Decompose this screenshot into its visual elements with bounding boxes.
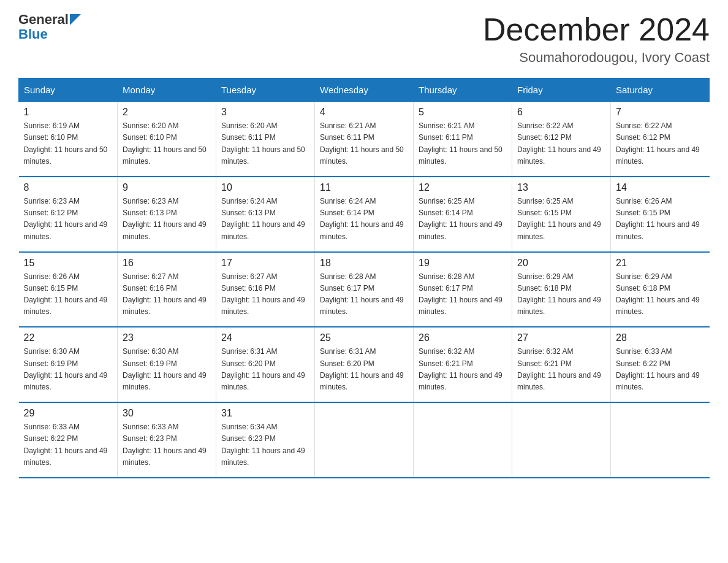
calendar-cell: 4Sunrise: 6:21 AMSunset: 6:11 PMDaylight… [315,102,414,177]
calendar-title: December 2024 [483,12,710,47]
column-header-thursday: Thursday [414,79,512,102]
day-info: Sunrise: 6:27 AMSunset: 6:16 PMDaylight:… [123,271,211,318]
calendar-cell: 3Sunrise: 6:20 AMSunset: 6:11 PMDaylight… [216,102,315,177]
column-header-sunday: Sunday [19,79,118,102]
day-number: 13 [517,182,605,193]
day-number: 23 [123,332,211,343]
day-info: Sunrise: 6:22 AMSunset: 6:12 PMDaylight:… [517,120,605,167]
column-header-friday: Friday [512,79,611,102]
calendar-cell: 2Sunrise: 6:20 AMSunset: 6:10 PMDaylight… [118,102,216,177]
calendar-cell: 25Sunrise: 6:31 AMSunset: 6:20 PMDayligh… [315,327,414,402]
calendar-week-row: 22Sunrise: 6:30 AMSunset: 6:19 PMDayligh… [19,327,710,402]
day-info: Sunrise: 6:34 AMSunset: 6:23 PMDaylight:… [221,421,309,469]
svg-marker-0 [70,14,81,25]
calendar-cell: 19Sunrise: 6:28 AMSunset: 6:17 PMDayligh… [414,252,512,327]
day-info: Sunrise: 6:28 AMSunset: 6:17 PMDaylight:… [320,271,408,318]
day-info: Sunrise: 6:33 AMSunset: 6:22 PMDaylight:… [24,421,113,469]
calendar-cell: 14Sunrise: 6:26 AMSunset: 6:15 PMDayligh… [611,177,710,252]
day-number: 24 [221,332,309,343]
day-number: 14 [616,182,705,193]
day-info: Sunrise: 6:30 AMSunset: 6:19 PMDaylight:… [24,346,113,393]
calendar-cell: 28Sunrise: 6:33 AMSunset: 6:22 PMDayligh… [611,327,710,402]
calendar-week-row: 29Sunrise: 6:33 AMSunset: 6:22 PMDayligh… [19,402,710,478]
calendar-header-row: SundayMondayTuesdayWednesdayThursdayFrid… [19,79,710,102]
day-info: Sunrise: 6:33 AMSunset: 6:22 PMDaylight:… [616,346,705,393]
calendar-cell: 13Sunrise: 6:25 AMSunset: 6:15 PMDayligh… [512,177,611,252]
day-info: Sunrise: 6:27 AMSunset: 6:16 PMDaylight:… [221,271,309,318]
page-header: General Blue December 2024 Soumahorodoug… [18,12,710,66]
day-info: Sunrise: 6:20 AMSunset: 6:10 PMDaylight:… [123,120,211,167]
calendar-cell: 17Sunrise: 6:27 AMSunset: 6:16 PMDayligh… [216,252,315,327]
day-info: Sunrise: 6:26 AMSunset: 6:15 PMDaylight:… [616,196,705,243]
calendar-cell [512,402,611,478]
day-info: Sunrise: 6:25 AMSunset: 6:15 PMDaylight:… [517,196,605,243]
day-number: 17 [221,258,309,269]
day-info: Sunrise: 6:28 AMSunset: 6:17 PMDaylight:… [419,271,507,318]
day-number: 21 [616,258,705,269]
day-number: 7 [616,107,705,118]
day-number: 4 [320,107,408,118]
day-info: Sunrise: 6:24 AMSunset: 6:13 PMDaylight:… [221,196,309,243]
day-number: 3 [221,107,309,118]
calendar-cell: 10Sunrise: 6:24 AMSunset: 6:13 PMDayligh… [216,177,315,252]
day-info: Sunrise: 6:32 AMSunset: 6:21 PMDaylight:… [517,346,605,393]
day-info: Sunrise: 6:32 AMSunset: 6:21 PMDaylight:… [419,346,507,393]
column-header-saturday: Saturday [611,79,710,102]
day-number: 2 [123,107,211,118]
title-section: December 2024 Soumahorodougou, Ivory Coa… [483,12,710,66]
day-info: Sunrise: 6:21 AMSunset: 6:11 PMDaylight:… [419,120,507,167]
calendar-cell [611,402,710,478]
day-number: 12 [419,182,507,193]
logo-text-general: General [18,12,69,27]
calendar-cell [315,402,414,478]
calendar-cell: 22Sunrise: 6:30 AMSunset: 6:19 PMDayligh… [19,327,118,402]
calendar-cell: 29Sunrise: 6:33 AMSunset: 6:22 PMDayligh… [19,402,118,478]
day-info: Sunrise: 6:25 AMSunset: 6:14 PMDaylight:… [419,196,507,243]
calendar-cell: 12Sunrise: 6:25 AMSunset: 6:14 PMDayligh… [414,177,512,252]
day-number: 27 [517,332,605,343]
calendar-cell: 15Sunrise: 6:26 AMSunset: 6:15 PMDayligh… [19,252,118,327]
day-number: 29 [24,408,113,419]
logo: General Blue [18,12,81,42]
calendar-week-row: 15Sunrise: 6:26 AMSunset: 6:15 PMDayligh… [19,252,710,327]
day-number: 28 [616,332,705,343]
day-number: 9 [123,182,211,193]
day-number: 16 [123,258,211,269]
calendar-cell: 23Sunrise: 6:30 AMSunset: 6:19 PMDayligh… [118,327,216,402]
day-info: Sunrise: 6:33 AMSunset: 6:23 PMDaylight:… [123,421,211,469]
day-number: 1 [24,107,113,118]
column-header-tuesday: Tuesday [216,79,315,102]
calendar-cell: 5Sunrise: 6:21 AMSunset: 6:11 PMDaylight… [414,102,512,177]
day-info: Sunrise: 6:20 AMSunset: 6:11 PMDaylight:… [221,120,309,167]
day-number: 6 [517,107,605,118]
day-info: Sunrise: 6:29 AMSunset: 6:18 PMDaylight:… [616,271,705,318]
day-info: Sunrise: 6:23 AMSunset: 6:12 PMDaylight:… [24,196,113,243]
day-number: 5 [419,107,507,118]
calendar-cell [414,402,512,478]
calendar-cell: 27Sunrise: 6:32 AMSunset: 6:21 PMDayligh… [512,327,611,402]
day-number: 22 [24,332,113,343]
day-info: Sunrise: 6:24 AMSunset: 6:14 PMDaylight:… [320,196,408,243]
logo-text-blue: Blue [18,26,48,42]
calendar-cell: 1Sunrise: 6:19 AMSunset: 6:10 PMDaylight… [19,102,118,177]
day-info: Sunrise: 6:30 AMSunset: 6:19 PMDaylight:… [123,346,211,393]
day-number: 31 [221,408,309,419]
day-info: Sunrise: 6:29 AMSunset: 6:18 PMDaylight:… [517,271,605,318]
calendar-table: SundayMondayTuesdayWednesdayThursdayFrid… [18,78,710,478]
calendar-subtitle: Soumahorodougou, Ivory Coast [483,50,710,66]
day-info: Sunrise: 6:31 AMSunset: 6:20 PMDaylight:… [221,346,309,393]
day-number: 20 [517,258,605,269]
day-info: Sunrise: 6:26 AMSunset: 6:15 PMDaylight:… [24,271,113,318]
calendar-cell: 7Sunrise: 6:22 AMSunset: 6:12 PMDaylight… [611,102,710,177]
calendar-week-row: 1Sunrise: 6:19 AMSunset: 6:10 PMDaylight… [19,102,710,177]
calendar-cell: 9Sunrise: 6:23 AMSunset: 6:13 PMDaylight… [118,177,216,252]
day-number: 15 [24,258,113,269]
calendar-cell: 26Sunrise: 6:32 AMSunset: 6:21 PMDayligh… [414,327,512,402]
day-number: 18 [320,258,408,269]
calendar-cell: 24Sunrise: 6:31 AMSunset: 6:20 PMDayligh… [216,327,315,402]
calendar-cell: 6Sunrise: 6:22 AMSunset: 6:12 PMDaylight… [512,102,611,177]
day-number: 30 [123,408,211,419]
day-number: 25 [320,332,408,343]
calendar-cell: 11Sunrise: 6:24 AMSunset: 6:14 PMDayligh… [315,177,414,252]
day-number: 19 [419,258,507,269]
